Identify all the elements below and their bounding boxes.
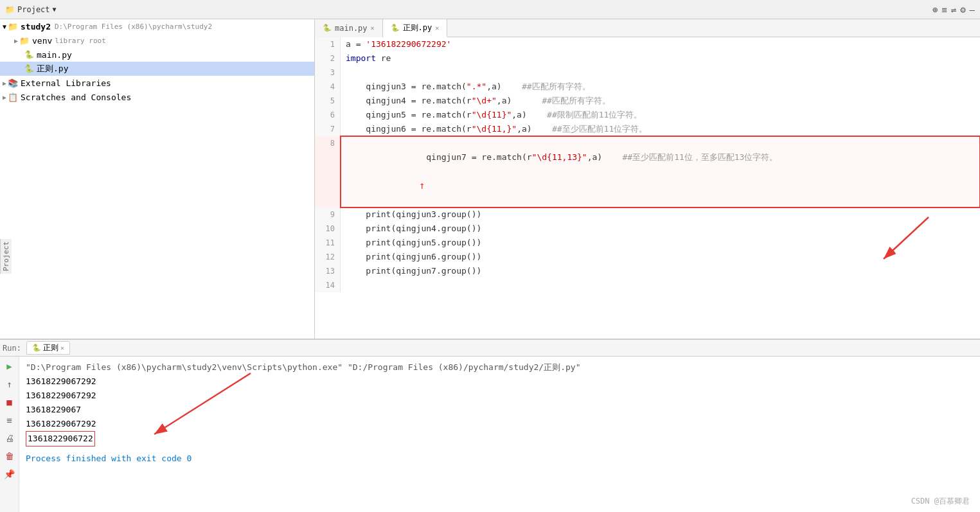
run-print-button[interactable]: 🖨 xyxy=(3,431,17,445)
study2-label: study2 xyxy=(21,22,51,31)
zhengzepy-tab-label: 正则.py xyxy=(403,22,432,33)
line-content-8: qingjun7 = re.match(r"\d{11,13}",a) ##至少… xyxy=(341,136,980,207)
code-line-8: 8 qingjun7 = re.match(r"\d{11,13}",a) ##… xyxy=(315,136,980,207)
scratches-label: Scratches and Consoles xyxy=(21,93,131,102)
output-line-1: 13618229067292 xyxy=(26,375,974,389)
settings-icon[interactable]: ⚙ xyxy=(960,4,965,15)
tree-item-scratches[interactable]: ▶ 📋 Scratches and Consoles xyxy=(0,90,314,104)
code-line-1: 1 a = '136182290672292' xyxy=(315,37,980,51)
expand-arrow-venv: ▶ xyxy=(14,37,18,44)
tab-zhengzepy[interactable]: 🐍 正则.py ✕ xyxy=(383,19,448,37)
run-tab-zhengze[interactable]: 🐍 正则 ✕ xyxy=(26,341,70,355)
line-content-11: print(qingjun5.group()) xyxy=(341,236,980,250)
line-num-8: 8 xyxy=(315,136,341,207)
line-num-2: 2 xyxy=(315,51,341,66)
tree-item-venv[interactable]: ▶ 📁 venv library root xyxy=(0,33,314,48)
run-toolbar: ▶ ↑ ■ ≡ 🖨 🗑 📌 xyxy=(0,357,19,512)
mainpy-tab-icon: 🐍 xyxy=(323,24,332,32)
tree-item-external[interactable]: ▶ 📚 External Libraries xyxy=(0,76,314,90)
zhengzepy-label: 正则.py xyxy=(37,63,68,75)
mainpy-icon: 🐍 xyxy=(24,50,34,59)
line-content-1: a = '136182290672292' xyxy=(341,37,980,51)
run-delete-button[interactable]: 🗑 xyxy=(3,449,17,463)
code-line-13: 13 print(qingjun7.group()) xyxy=(315,264,980,278)
line-content-12: print(qingjun6.group()) xyxy=(341,250,980,264)
run-output: "D:\Program Files (x86)\pycharm\study2\v… xyxy=(19,357,980,512)
chevron-down-icon: ▼ xyxy=(53,6,57,13)
zhengzepy-icon: 🐍 xyxy=(24,64,34,73)
code-line-2: 2 import re xyxy=(315,51,980,66)
code-line-11: 11 print(qingjun5.group()) xyxy=(315,236,980,250)
top-bar-icons: ⊕ ≡ ⇌ ⚙ — xyxy=(932,4,975,15)
external-label: External Libraries xyxy=(21,78,111,88)
line-num-4: 4 xyxy=(315,80,341,94)
line-content-14 xyxy=(341,278,980,292)
line-num-13: 13 xyxy=(315,264,341,278)
minimize-icon[interactable]: — xyxy=(970,4,975,15)
editor-tabs: 🐍 main.py ✕ 🐍 正则.py ✕ xyxy=(315,19,980,37)
line-content-6: qingjun5 = re.match(r"\d{11}",a) ##限制匹配前… xyxy=(341,108,980,122)
code-line-9: 9 print(qingjun3.group()) xyxy=(315,207,980,222)
line-content-2: import re xyxy=(341,51,980,66)
sort-icon[interactable]: ⇌ xyxy=(951,4,956,15)
line-content-9: print(qingjun3.group()) xyxy=(341,207,980,222)
venv-suffix: library root xyxy=(55,37,105,45)
code-editor[interactable]: 1 a = '136182290672292' 2 import re 3 4 xyxy=(315,37,980,339)
code-content: 1 a = '136182290672292' 2 import re 3 4 xyxy=(315,37,980,292)
code-line-10: 10 print(qingjun4.group()) xyxy=(315,222,980,236)
line-content-7: qingjun6 = re.match(r"\d{11,}",a) ##至少匹配… xyxy=(341,122,980,136)
expand-arrow-study2: ▼ xyxy=(3,23,6,30)
folder-icon-venv: 📁 xyxy=(19,36,30,46)
run-tab-icon: 🐍 xyxy=(32,344,41,352)
output-line-4: 13618229067292 xyxy=(26,417,974,431)
run-indent-button[interactable]: ≡ xyxy=(3,413,17,427)
tab-mainpy[interactable]: 🐍 main.py ✕ xyxy=(315,19,383,37)
venv-label: venv xyxy=(32,36,52,46)
run-exit-message: Process finished with exit code 0 xyxy=(26,452,974,466)
mainpy-tab-label: main.py xyxy=(335,24,368,33)
run-pin-button[interactable]: 📌 xyxy=(3,467,17,481)
line-content-10: print(qingjun4.group()) xyxy=(341,222,980,236)
line-num-11: 11 xyxy=(315,236,341,250)
mainpy-tab-close[interactable]: ✕ xyxy=(371,24,375,31)
red-arrow-1: ↑ xyxy=(419,179,425,191)
folder-icon-study2: 📁 xyxy=(8,22,18,31)
zhengzepy-tab-close[interactable]: ✕ xyxy=(435,24,439,31)
line-num-7: 7 xyxy=(315,122,341,136)
mainpy-label: main.py xyxy=(37,50,72,60)
code-line-7: 7 qingjun6 = re.match(r"\d{11,}",a) ##至少… xyxy=(315,122,980,136)
output-line-3: 13618229067 xyxy=(26,403,974,417)
watermark: CSDN @百慕卿君 xyxy=(911,496,970,507)
run-up-button[interactable]: ↑ xyxy=(3,377,17,391)
run-label: Run: xyxy=(3,344,21,353)
run-command-line: "D:\Program Files (x86)\pycharm\study2\v… xyxy=(26,360,974,375)
line-content-3 xyxy=(341,66,980,80)
line-num-3: 3 xyxy=(315,66,341,80)
run-stop-button[interactable]: ■ xyxy=(3,395,17,409)
list-icon[interactable]: ≡ xyxy=(941,4,947,15)
line-num-5: 5 xyxy=(315,94,341,108)
add-icon[interactable]: ⊕ xyxy=(932,4,938,15)
tree-item-study2[interactable]: ▼ 📁 study2 D:\Program Files (x86)\pychar… xyxy=(0,19,314,33)
line-content-5: qingjun4 = re.match(r"\d+",a) ##匹配所有字符。 xyxy=(341,94,980,108)
project-dropdown[interactable]: 📁 Project ▼ xyxy=(5,5,57,14)
run-play-button[interactable]: ▶ xyxy=(3,359,17,373)
expand-arrow-scratch: ▶ xyxy=(3,94,6,101)
top-bar: 📁 Project ▼ ⊕ ≡ ⇌ ⚙ — xyxy=(0,0,980,19)
tree-item-mainpy[interactable]: 🐍 main.py xyxy=(0,48,314,62)
line-num-9: 9 xyxy=(315,207,341,222)
line-num-10: 10 xyxy=(315,222,341,236)
code-line-4: 4 qingjun3 = re.match(".*",a) ##匹配所有字符。 xyxy=(315,80,980,94)
output-highlighted: 1361822906722 xyxy=(26,431,95,446)
line-num-6: 6 xyxy=(315,108,341,122)
line-content-13: print(qingjun7.group()) xyxy=(341,264,980,278)
tree-item-zhengzepy[interactable]: 🐍 正则.py xyxy=(0,62,314,76)
output-line-5-wrapper: 1361822906722 xyxy=(26,431,95,446)
expand-arrow-ext: ▶ xyxy=(3,80,6,87)
vertical-project-label: Project xyxy=(0,238,12,273)
run-tab-bar: Run: 🐍 正则 ✕ xyxy=(0,340,980,357)
run-tab-close[interactable]: ✕ xyxy=(60,344,64,351)
main-area: ▼ 📁 study2 D:\Program Files (x86)\pychar… xyxy=(0,19,980,339)
code-line-3: 3 xyxy=(315,66,980,80)
folder-icon-top: 📁 xyxy=(5,5,15,14)
